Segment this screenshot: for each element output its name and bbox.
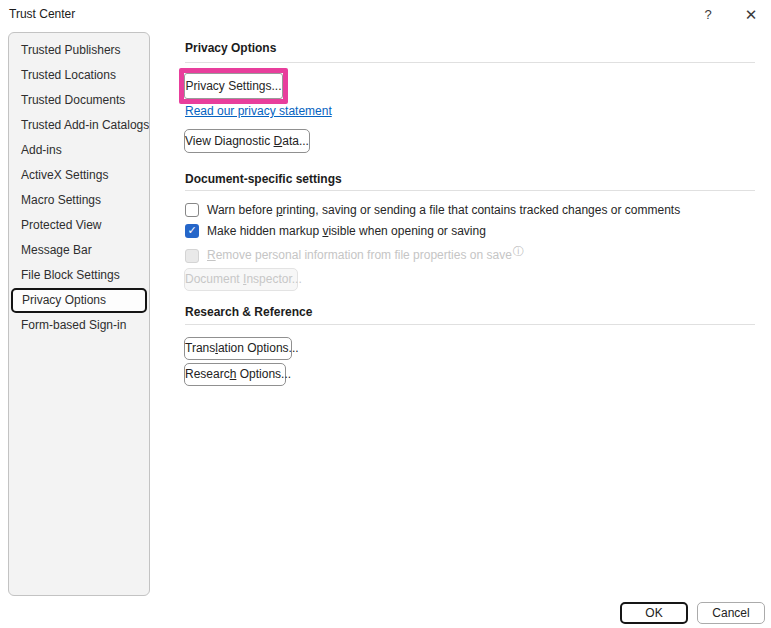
sidebar-item-trusted-addin-catalogs[interactable]: Trusted Add-in Catalogs xyxy=(9,113,149,138)
main-panel: Privacy Options Privacy Settings... Read… xyxy=(185,38,755,598)
translation-options-button[interactable]: Translation Options... xyxy=(184,337,292,360)
sidebar-item-file-block-settings[interactable]: File Block Settings xyxy=(9,263,149,288)
sidebar-item-trusted-documents[interactable]: Trusted Documents xyxy=(9,88,149,113)
sidebar-item-macro-settings[interactable]: Macro Settings xyxy=(9,188,149,213)
accel-letter: D xyxy=(274,134,283,148)
dialog-title: Trust Center xyxy=(9,7,75,21)
sidebar-item-activex-settings[interactable]: ActiveX Settings xyxy=(9,163,149,188)
sidebar-item-message-bar[interactable]: Message Bar xyxy=(9,238,149,263)
help-icon[interactable]: ? xyxy=(697,4,719,26)
privacy-settings-button[interactable]: Privacy Settings... xyxy=(184,73,283,99)
hidden-markup-checkbox-row[interactable]: ✓ Make hidden markup visible when openin… xyxy=(185,224,486,238)
sidebar-item-protected-view[interactable]: Protected View xyxy=(9,213,149,238)
checkbox-label: Warn before printing, saving or sending … xyxy=(207,203,680,217)
sidebar-item-form-based-sign-in[interactable]: Form-based Sign-in xyxy=(9,313,149,338)
sidebar-item-add-ins[interactable]: Add-ins xyxy=(9,138,149,163)
sidebar-item-privacy-options[interactable]: Privacy Options xyxy=(11,288,147,313)
research-reference-heading: Research & Reference xyxy=(185,305,312,319)
view-diagnostic-data-button[interactable]: View Diagnostic Data... xyxy=(184,129,310,153)
privacy-options-heading: Privacy Options xyxy=(185,41,276,55)
sidebar-item-trusted-locations[interactable]: Trusted Locations xyxy=(9,63,149,88)
research-options-button[interactable]: Research Options... xyxy=(184,363,286,386)
document-inspector-button: Document Inspector... xyxy=(184,268,298,291)
remove-personal-info-checkbox-row: Remove personal information from file pr… xyxy=(185,248,524,263)
checkbox-checked[interactable]: ✓ xyxy=(185,224,199,238)
section-divider xyxy=(185,62,755,63)
checkbox-label: Remove personal information from file pr… xyxy=(207,248,524,263)
button-label: ata... xyxy=(282,134,309,148)
info-icon: ⓘ xyxy=(513,245,524,257)
checkbox-label: Make hidden markup visible when opening … xyxy=(207,224,486,238)
checkbox-disabled xyxy=(185,249,199,263)
sidebar: Trusted Publishers Trusted Locations Tru… xyxy=(8,32,150,596)
section-divider xyxy=(185,190,755,191)
close-icon[interactable]: ✕ xyxy=(740,4,762,26)
ok-button[interactable]: OK xyxy=(620,602,688,624)
checkbox-unchecked[interactable] xyxy=(185,203,199,217)
button-label: View Diagnostic xyxy=(185,134,274,148)
section-divider xyxy=(185,324,755,325)
highlight-annotation: Privacy Settings... xyxy=(179,68,288,104)
cancel-button[interactable]: Cancel xyxy=(697,602,765,624)
warn-tracked-changes-checkbox-row[interactable]: Warn before printing, saving or sending … xyxy=(185,203,680,217)
sidebar-item-trusted-publishers[interactable]: Trusted Publishers xyxy=(9,38,149,63)
privacy-statement-link[interactable]: Read our privacy statement xyxy=(185,104,332,118)
document-settings-heading: Document-specific settings xyxy=(185,172,342,186)
